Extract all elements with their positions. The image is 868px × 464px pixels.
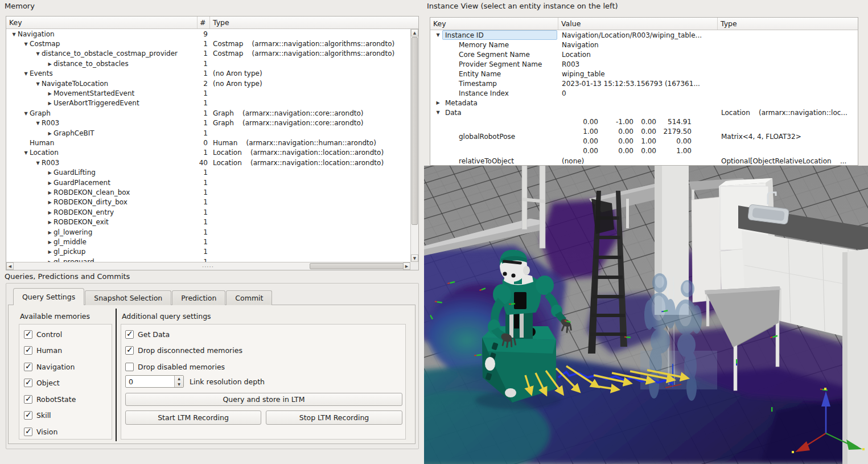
setting-checkbox-get-data[interactable]: ✓Get Data [125, 329, 170, 339]
collapse-icon[interactable]: ▼ [434, 110, 442, 115]
memory-checkbox-control[interactable]: ✓Control [24, 329, 62, 339]
expand-icon[interactable]: ▶ [46, 101, 54, 106]
expand-icon[interactable]: ▶ [46, 230, 54, 235]
link-depth-spinbox[interactable]: 0 ▲▼ [125, 375, 184, 388]
setting-checkbox-drop-disabled-memories[interactable]: Drop disabled memories [125, 362, 225, 372]
collapse-icon[interactable]: ▼ [434, 32, 442, 38]
memory-col-count[interactable]: # [198, 17, 210, 28]
memory-tree-row[interactable]: ▶ROBDEKON_exit1 [6, 217, 410, 227]
scroll-up-icon[interactable]: ▲ [411, 29, 418, 36]
memory-tree-row[interactable]: ▼distance_to_obstacle_costmap_provider1C… [6, 49, 410, 59]
memory-tree-row[interactable]: ▶gl_lowering1 [6, 227, 410, 237]
instance-col-type[interactable]: Type [718, 18, 858, 30]
memory-tree-row[interactable]: ▼Location1Location (armarx::navigation::… [6, 148, 410, 158]
instance-row[interactable]: Memory NameNavigation [430, 40, 858, 50]
memory-checkbox-navigation[interactable]: ✓Navigation [24, 362, 75, 372]
instance-col-value[interactable]: Value [558, 18, 718, 30]
checkbox-checked-icon[interactable]: ✓ [24, 346, 32, 355]
instance-row[interactable]: ▶Metadata [430, 98, 858, 108]
memory-tree-row[interactable]: ▼Events1(no Aron type) [6, 69, 410, 79]
checkbox-checked-icon[interactable]: ✓ [125, 346, 134, 355]
scroll-down-icon[interactable]: ▼ [411, 254, 418, 262]
instance-row[interactable]: relativeToObject(none)Optional[ObjectRel… [430, 156, 858, 165]
collapse-icon[interactable]: ▼ [34, 161, 42, 166]
start-ltm-recording-button[interactable]: Start LTM Recording [125, 410, 261, 425]
spin-up-icon[interactable]: ▲ [175, 376, 183, 381]
3d-viewport[interactable] [424, 166, 868, 464]
instance-row[interactable]: Timestamp2023-01-13 15:12:53.156793 (167… [430, 79, 858, 88]
tab-commit[interactable]: Commit [226, 290, 272, 305]
memory-tree-row[interactable]: ▶GraphCeBIT1 [6, 128, 410, 138]
collapse-icon[interactable]: ▼ [22, 71, 30, 76]
instance-table-header[interactable]: Key Value Type [430, 18, 858, 30]
checkbox-checked-icon[interactable]: ✓ [24, 411, 32, 420]
checkbox-unchecked-icon[interactable] [125, 363, 134, 371]
instance-row[interactable]: Provider Segment NameR003 [430, 59, 858, 69]
memory-tree-row[interactable]: ▶ROBDEKON_dirty_box1 [6, 198, 410, 207]
collapse-icon[interactable]: ▼ [22, 150, 30, 155]
memory-col-type[interactable]: Type [210, 17, 418, 28]
instance-row[interactable]: ▼Instance IDNavigation/Location/R003/wip… [430, 30, 858, 40]
expand-icon[interactable]: ▶ [46, 240, 54, 245]
memory-tree-row[interactable]: ▼R00340Location (armarx::navigation::loc… [6, 158, 410, 167]
spin-buttons[interactable]: ▲▼ [174, 376, 183, 387]
splitter-handle[interactable]: ····· [202, 264, 214, 270]
instance-row[interactable]: Entity Namewiping_table [430, 69, 858, 79]
expand-icon[interactable]: ▶ [46, 91, 54, 96]
expand-icon[interactable]: ▶ [46, 61, 54, 67]
memory-tree-row[interactable]: ▼Costmap1Costmap (armarx::navigation::al… [6, 39, 410, 48]
memory-tree-row[interactable]: ▶ROBDEKON_entry1 [6, 207, 410, 217]
expand-icon[interactable]: ▶ [46, 220, 54, 225]
memory-tree-row[interactable]: ▶GuardLifting1 [6, 167, 410, 177]
memory-checkbox-skill[interactable]: ✓Skill [24, 410, 51, 421]
memory-tree-row[interactable]: Human0Human (armarx::navigation::human::… [6, 138, 410, 147]
memory-tree-row[interactable]: ▶gl_pickup1 [6, 247, 410, 257]
link-depth-value[interactable]: 0 [129, 377, 133, 386]
expand-icon[interactable]: ▶ [46, 180, 54, 186]
expand-icon[interactable]: ▶ [46, 249, 54, 254]
memory-checkbox-robotstate[interactable]: ✓RobotState [24, 394, 76, 404]
expand-icon[interactable]: ▶ [46, 200, 54, 205]
memory-col-key[interactable]: Key [6, 17, 198, 28]
spin-down-icon[interactable]: ▼ [175, 381, 183, 387]
memory-tree-row[interactable]: ▼NavigateToLocation2(no Aron type) [6, 79, 410, 88]
memory-tree-row[interactable]: ▶UserAbortTriggeredEvent1 [6, 98, 410, 108]
instance-row[interactable]: globalRobotPose0.00-1.000.00514.911.000.… [430, 117, 858, 156]
scroll-left-icon[interactable]: ◀ [6, 262, 14, 270]
memory-tree-row[interactable]: ▶GuardPlacement1 [6, 178, 410, 187]
expand-icon[interactable]: ▶ [434, 100, 442, 105]
memory-tree-row[interactable]: ▼Navigation9 [6, 29, 410, 39]
instance-col-key[interactable]: Key [430, 18, 558, 30]
memory-tree-row[interactable]: ▶gl_middle1 [6, 237, 410, 247]
memory-tree-header[interactable]: Key # Type [6, 17, 418, 29]
checkbox-checked-icon[interactable]: ✓ [24, 363, 32, 371]
expand-icon[interactable]: ▶ [46, 210, 54, 215]
checkbox-checked-icon[interactable]: ✓ [125, 330, 134, 339]
instance-row[interactable]: Instance Index0 [430, 88, 858, 98]
checkbox-checked-icon[interactable]: ✓ [24, 428, 32, 436]
memory-tree-row[interactable]: ▶ROBDEKON_clean_box1 [6, 187, 410, 197]
collapse-icon[interactable]: ▼ [34, 81, 42, 87]
instance-row[interactable]: Core Segment NameLocation [430, 50, 858, 59]
collapse-icon[interactable]: ▼ [34, 51, 42, 56]
stop-ltm-recording-button[interactable]: Stop LTM Recording [266, 410, 402, 425]
scroll-right-icon[interactable]: ▶ [403, 262, 410, 270]
instance-row[interactable]: ▼DataLocation (armarx::navigation::loc..… [430, 108, 858, 117]
query-store-ltm-button[interactable]: Query and store in LTM [125, 393, 402, 406]
memory-vscroll-thumb[interactable] [412, 37, 418, 225]
memory-tree-row[interactable]: ▼R0031Graph (armarx::navigation::core::a… [6, 118, 410, 128]
checkbox-checked-icon[interactable]: ✓ [24, 330, 32, 339]
tab-prediction[interactable]: Prediction [172, 290, 225, 305]
memory-checkbox-human[interactable]: ✓Human [24, 346, 62, 356]
memory-tree-row[interactable]: ▶distance_to_obstacles1 [6, 59, 410, 68]
collapse-icon[interactable]: ▼ [34, 121, 42, 126]
tab-query-settings[interactable]: Query Settings [13, 288, 84, 305]
tab-snapshot-selection[interactable]: Snapshot Selection [85, 290, 171, 305]
collapse-icon[interactable]: ▼ [10, 32, 18, 37]
memory-checkbox-vision[interactable]: ✓Vision [24, 426, 57, 437]
expand-icon[interactable]: ▶ [46, 170, 54, 175]
memory-vscrollbar[interactable]: ▲ ▼ [410, 29, 418, 262]
memory-tree-row[interactable]: ▶MovementStartedEvent1 [6, 88, 410, 98]
expand-icon[interactable]: ▶ [46, 190, 54, 195]
memory-checkbox-object[interactable]: ✓Object [24, 378, 60, 388]
